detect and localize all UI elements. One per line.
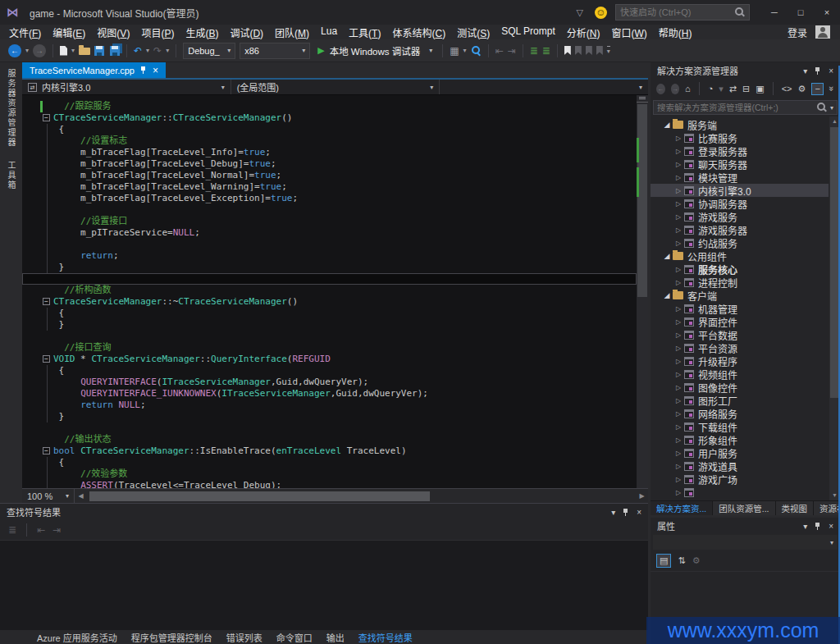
collapsed-arrow-icon[interactable]: ▷ [673,226,684,234]
tree-item[interactable]: ◢公用组件 [651,249,829,263]
collapsed-arrow-icon[interactable]: ▷ [673,371,684,378]
code-line[interactable]: //设置标志 [22,135,637,147]
scroll-right-arrow[interactable]: ▶ [636,492,648,500]
pin-icon[interactable] [623,508,629,517]
tree-item[interactable]: ◢服务端 [651,118,829,131]
tree-item[interactable]: ▷模块管理 [651,171,829,184]
save-all-button[interactable] [110,46,120,56]
collapsed-arrow-icon[interactable]: ▷ [673,384,684,391]
pin-icon[interactable] [815,66,821,75]
tree-item[interactable]: ▷游戏道具 [651,459,829,473]
configuration-manager-button[interactable]: ▦ [450,44,459,57]
tool-window-tab[interactable]: 工具箱 [5,161,17,190]
decrease-indent-button[interactable]: ⇤ [495,44,504,57]
search-input[interactable] [657,103,817,112]
project-dropdown[interactable]: 内核引擎3.0 [22,80,231,94]
code-line[interactable]: { [22,124,637,135]
nav-back-dropdown[interactable]: ▾ [25,47,29,54]
solution-platform-combo[interactable]: x86▾ [240,43,310,59]
menu-item[interactable]: 体系结构(C) [386,25,451,39]
code-line[interactable]: m_bTraceFlag[TraceLevel_Warning]=true; [22,181,637,193]
code-line[interactable]: //跟踪服务 [22,101,637,112]
properties-panel-header[interactable]: 属性 ▾× [651,518,840,534]
code-line[interactable]: m_pITraceService=NULL; [22,227,637,239]
tree-item[interactable]: ▷内核引擎3.0 [651,184,829,197]
alphabetical-sort-button[interactable]: ⇅ [678,555,685,566]
menu-item[interactable]: 编辑(E) [47,25,91,39]
save-button[interactable] [94,46,104,56]
se-bottom-tab[interactable]: 资源视图 [814,501,840,515]
uncomment-lines-button[interactable]: ≣ [542,44,550,57]
tree-item[interactable]: ▷图形工厂 [651,394,829,407]
code-line[interactable]: { [22,308,637,319]
collapsed-arrow-icon[interactable]: ▷ [673,279,684,286]
menu-item[interactable]: SQL Prompt [495,25,561,39]
menu-item[interactable]: 文件(F) [3,25,47,39]
close-icon[interactable]: × [637,508,641,517]
pin-icon[interactable] [815,522,821,531]
window-tab[interactable]: 错误列表 [226,631,262,644]
start-debugging-button[interactable]: ▶本地 Windows 调试器▾ [314,44,436,57]
tree-item[interactable]: ▷游戏服务 [651,210,829,223]
tree-item[interactable]: ▷聊天服务器 [651,158,829,171]
clear-bookmarks-button[interactable] [596,46,603,55]
code-line[interactable]: m_bTraceFlag[TraceLevel_Debug]=true; [22,158,637,170]
collapsed-arrow-icon[interactable]: ▷ [673,463,684,470]
collapsed-arrow-icon[interactable]: ▷ [673,358,684,365]
user-avatar-icon[interactable] [815,25,830,39]
close-icon[interactable]: × [829,522,833,531]
tree-item[interactable]: ▷ [651,486,829,499]
code-line[interactable]: −CTraceServiceManager::CTraceServiceMana… [22,112,637,124]
window-tab[interactable]: 程序包管理器控制台 [131,631,212,644]
window-tab[interactable]: 输出 [326,631,345,644]
collapsed-arrow-icon[interactable]: ▷ [673,174,684,181]
close-icon[interactable]: × [829,66,833,75]
tree-item[interactable]: ▷进程控制 [651,276,829,289]
categorized-button[interactable]: ▤ [656,554,671,568]
nav-forward-button[interactable]: → [33,44,46,57]
code-line[interactable]: } [22,411,637,422]
split-editor-handle[interactable] [637,95,648,103]
tree-item[interactable]: ▷机器管理 [651,302,829,315]
tree-item[interactable]: ▷界面控件 [651,315,829,328]
member-dropdown[interactable] [440,80,648,94]
code-line[interactable]: m_bTraceFlag[TraceLevel_Info]=true; [22,147,637,158]
maximize-button[interactable]: □ [788,0,814,25]
configuration-dropdown[interactable]: ▾ [463,47,467,54]
tree-item[interactable]: ◢客户端 [651,289,829,302]
code-line[interactable]: QUERYINTERFACE_IUNKNOWNEX(ITraceServiceM… [22,388,637,400]
filter-icon[interactable] [577,7,583,18]
menu-item[interactable]: 调试(D) [224,25,269,39]
se-bottom-tab[interactable]: 解决方案资... [651,501,713,515]
new-file-dropdown[interactable]: ▾ [71,47,75,54]
comment-lines-button[interactable]: ≣ [530,44,538,57]
undo-dropdown[interactable]: ▾ [146,47,149,54]
code-line[interactable]: //接口查询 [22,342,637,354]
find-symbol-panel-header[interactable]: 查找符号结果 ▾× [0,504,648,520]
tree-item[interactable]: ▷协调服务器 [651,197,829,210]
collapsed-arrow-icon[interactable]: ▷ [673,345,684,352]
code-line[interactable] [22,422,637,434]
tree-item[interactable]: ▷约战服务 [651,236,829,249]
toolbar-options-button[interactable]: ▾ [607,46,610,55]
redo-button[interactable]: ↷ [153,44,162,57]
collapsed-arrow-icon[interactable]: ▷ [673,410,684,418]
collapse-region-icon[interactable]: − [43,447,50,454]
code-line[interactable]: −bool CTraceServiceManager::IsEnableTrac… [22,445,637,457]
close-icon[interactable] [153,66,158,75]
vertical-scrollbar[interactable] [637,95,648,488]
menu-item[interactable]: 项目(P) [135,25,180,39]
tool-window-tab[interactable]: 服务器资源管理器 [5,69,17,148]
se-preview-selected-button[interactable]: − [811,83,823,95]
code-line[interactable] [22,331,637,342]
collapsed-arrow-icon[interactable]: ▷ [673,318,684,326]
collapsed-arrow-icon[interactable]: ▷ [673,266,684,273]
next-bookmark-button[interactable] [586,46,592,55]
code-line[interactable]: } [22,262,637,273]
open-file-button[interactable] [79,48,90,55]
properties-object-dropdown[interactable] [653,535,838,550]
tree-item[interactable]: ▷升级程序 [651,354,829,368]
se-wrench-icon[interactable]: ⚙ [798,83,806,94]
se-forward-button[interactable]: → [671,84,680,94]
collapsed-arrow-icon[interactable]: ▷ [673,135,684,142]
